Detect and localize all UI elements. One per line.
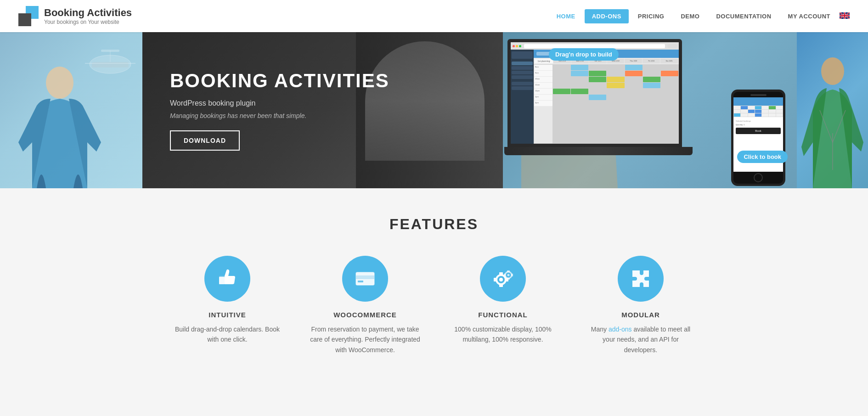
feature-functional: FUNCTIONAL 100% customizable display, 10… — [448, 256, 558, 355]
logo-icon — [18, 6, 39, 26]
main-nav: HOME ADD-ONS PRICING DEMO DOCUMENTATION … — [549, 9, 850, 23]
puzzle-icon — [629, 267, 653, 291]
phone-mockup: Selected bookings Quantity: 1 Book — [731, 90, 785, 186]
intuitive-icon-circle — [204, 256, 250, 302]
functional-label: FUNCTIONAL — [478, 311, 528, 319]
logo-title: Booking Activities — [44, 7, 132, 19]
svg-rect-21 — [507, 270, 510, 272]
feature-woocommerce: WOOCOMMERCE From reservation to payment,… — [310, 256, 420, 355]
feature-modular: MODULAR Many add-ons available to meet a… — [586, 256, 696, 355]
nav-item-pricing[interactable]: PRICING — [631, 9, 672, 23]
svg-point-1 — [46, 67, 73, 99]
functional-icon-circle — [480, 256, 526, 302]
intuitive-label: INTUITIVE — [209, 311, 246, 319]
modular-label: MODULAR — [621, 311, 660, 319]
site-header: Booking Activities Your bookings on Your… — [0, 0, 868, 32]
modular-desc: Many add-ons available to meet all your … — [586, 324, 696, 355]
svg-point-6 — [821, 57, 844, 85]
svg-rect-12 — [356, 275, 374, 279]
woocommerce-label: WOOCOMMERCE — [333, 311, 397, 319]
svg-rect-17 — [494, 278, 496, 281]
nav-item-my-account[interactable]: MY ACCOUNT — [781, 9, 838, 23]
logo-text: Booking Activities Your bookings on Your… — [44, 7, 132, 25]
svg-rect-24 — [511, 274, 513, 276]
nav-item-home[interactable]: HOME — [549, 9, 583, 23]
logo-area[interactable]: Booking Activities Your bookings on Your… — [18, 6, 132, 26]
gears-icon — [490, 267, 516, 291]
hero-title: BOOKING ACTIVITIES — [170, 70, 475, 92]
woocommerce-desc: From reservation to payment, we take car… — [310, 324, 420, 355]
features-section: FEATURES INTUITIVE Build drag-and-drop c… — [0, 188, 868, 373]
logo-icon-bottom — [18, 13, 31, 26]
svg-rect-10 — [358, 281, 363, 282]
svg-rect-3 — [92, 62, 129, 67]
features-title: FEATURES — [18, 216, 850, 233]
addons-link[interactable]: add-ons — [609, 326, 632, 333]
features-grid: INTUITIVE Build drag-and-drop calendars.… — [158, 256, 710, 355]
nav-item-documentation[interactable]: DOCUMENTATION — [709, 9, 778, 23]
functional-desc: 100% customizable display, 100% multilan… — [448, 324, 558, 345]
svg-rect-5 — [101, 50, 119, 52]
thumbs-up-icon — [215, 267, 239, 291]
tooltip-drag-drop: Drag'n drop to build — [549, 48, 619, 61]
credit-card-icon — [353, 267, 377, 291]
language-flag[interactable] — [840, 12, 850, 20]
woocommerce-icon-circle — [342, 256, 388, 302]
svg-point-20 — [507, 274, 510, 276]
logo-subtitle: Your bookings on Your website — [44, 19, 132, 25]
hero-center-panel: BOOKING ACTIVITIES WordPress booking plu… — [142, 32, 503, 188]
svg-rect-15 — [499, 272, 503, 275]
intuitive-desc: Build drag-and-drop calendars. Book with… — [172, 324, 282, 345]
svg-rect-23 — [504, 274, 506, 276]
svg-rect-7 — [219, 277, 225, 284]
nav-item-addons[interactable]: ADD-ONS — [585, 9, 629, 23]
hero-left-panel — [0, 32, 142, 188]
hero-download-button[interactable]: DOWNLOAD — [170, 130, 240, 151]
hero-far-right-panel — [797, 32, 868, 188]
tooltip-click-to-book: Click to book — [737, 151, 788, 163]
hero-right-panel: 1st planning Sun 2/19 Mon 2/20 Tue 2/21 … — [503, 32, 797, 188]
hero-description: Managing bookings has never been that si… — [170, 112, 475, 119]
nav-item-demo[interactable]: DEMO — [673, 9, 707, 23]
hero-section: BOOKING ACTIVITIES WordPress booking plu… — [0, 32, 868, 188]
svg-point-14 — [499, 278, 503, 281]
svg-rect-22 — [507, 278, 510, 280]
hero-subtitle: WordPress booking plugin — [170, 99, 475, 107]
modular-icon-circle — [618, 256, 664, 302]
svg-rect-16 — [499, 284, 503, 287]
feature-intuitive: INTUITIVE Build drag-and-drop calendars.… — [172, 256, 282, 355]
